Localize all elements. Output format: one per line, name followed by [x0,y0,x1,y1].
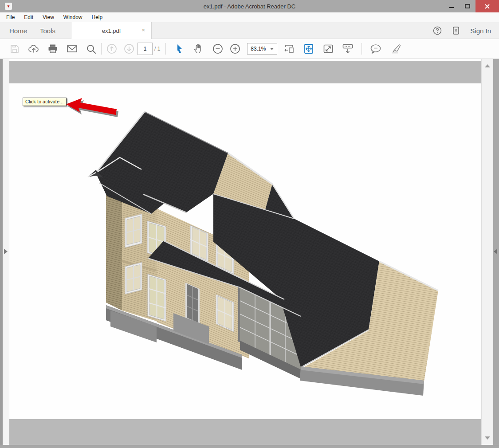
cloud-upload-icon[interactable] [26,41,41,56]
sign-in-button[interactable]: Sign In [470,27,491,35]
document-view: Click to activate... [9,59,481,445]
menu-edit[interactable]: Edit [24,14,33,20]
tab-bar: Home Tools ex1.pdf × Sign In [0,22,499,39]
highlight-icon[interactable] [389,41,404,56]
save-icon[interactable] [7,41,22,56]
navigation-pane-collapsed[interactable] [3,59,9,445]
scroll-up-icon[interactable] [485,64,490,67]
send-to-device-icon[interactable] [452,26,460,35]
acrobat-window: ▾ ex1.pdf - Adobe Acrobat Reader DC File… [0,0,499,448]
read-mode-icon[interactable] [340,41,355,56]
house-3d-render[interactable] [80,106,444,408]
search-icon[interactable] [83,41,98,56]
zoom-level-select[interactable]: 83.1% [247,43,277,55]
document-tab-label: ex1.pdf [102,28,121,34]
expand-tools-pane-icon[interactable] [494,249,497,254]
menu-bar: File Edit View Window Help [0,12,499,22]
select-tool-icon[interactable] [172,41,187,56]
fit-page-icon[interactable] [301,41,316,56]
email-icon[interactable] [64,41,79,56]
menu-help[interactable]: Help [92,14,103,20]
vertical-scrollbar[interactable] [481,59,493,445]
tools-pane-collapsed[interactable] [493,59,499,445]
zoom-in-icon[interactable] [228,41,243,56]
minimize-button[interactable] [444,0,460,12]
main-area: Click to activate... [0,59,499,445]
menu-file[interactable]: File [6,14,15,20]
hand-tool-icon[interactable] [191,41,206,56]
zoom-level-value: 83.1% [251,46,266,52]
page-up-icon[interactable] [104,41,119,56]
expand-nav-pane-icon[interactable] [4,249,8,254]
close-button[interactable] [475,0,499,12]
page-down-icon[interactable] [122,41,137,56]
window-title: ex1.pdf - Adobe Acrobat Reader DC [0,3,499,10]
scroll-down-icon[interactable] [485,436,490,440]
comment-icon[interactable] [368,41,383,56]
tab-tools[interactable]: Tools [40,22,55,39]
fit-width-icon[interactable] [282,41,297,56]
activate-3d-tooltip[interactable]: Click to activate... [23,98,67,106]
zoom-out-icon[interactable] [210,41,225,56]
title-bar: ▾ ex1.pdf - Adobe Acrobat Reader DC [0,0,499,12]
menu-window[interactable]: Window [63,14,83,20]
page-number-input[interactable] [138,43,153,55]
toolbar: / 1 83.1% [0,39,499,59]
pdf-page: Click to activate... [9,83,481,419]
entry-door [185,283,200,324]
document-tab[interactable]: ex1.pdf × [71,22,152,39]
help-icon[interactable] [433,26,442,35]
print-icon[interactable] [45,41,60,56]
maximize-button[interactable] [460,0,475,12]
chevron-down-icon [270,48,274,50]
fullscreen-icon[interactable] [321,41,336,56]
tab-close-icon[interactable]: × [141,27,145,33]
window-bottom-border [0,445,499,448]
menu-view[interactable]: View [43,14,54,20]
page-count-label: / 1 [154,46,160,52]
tab-home[interactable]: Home [9,22,27,39]
